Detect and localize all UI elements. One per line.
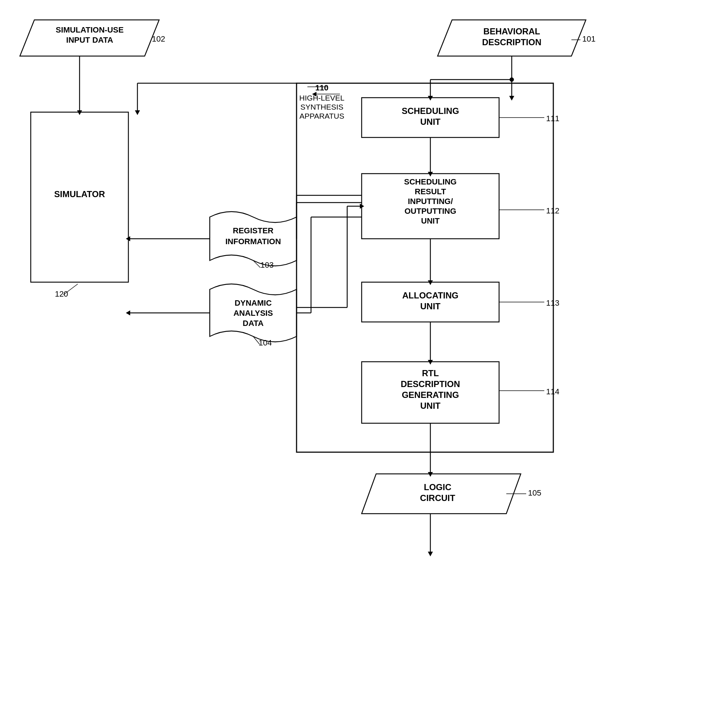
svg-text:BEHAVIORAL: BEHAVIORAL [483, 26, 540, 36]
svg-text:SCHEDULING: SCHEDULING [404, 177, 457, 186]
svg-text:RTL: RTL [422, 368, 439, 378]
svg-marker-15 [77, 110, 82, 115]
svg-text:INPUT  DATA: INPUT DATA [66, 35, 113, 44]
svg-text:111: 111 [546, 114, 559, 123]
svg-text:ANALYSIS: ANALYSIS [233, 309, 273, 318]
svg-marker-36 [126, 310, 130, 315]
svg-text:OUTPUTTING: OUTPUTTING [405, 207, 457, 216]
svg-text:DESCRIPTION: DESCRIPTION [482, 37, 541, 47]
svg-text:120: 120 [55, 289, 69, 298]
svg-text:105: 105 [528, 488, 541, 497]
svg-text:DATA: DATA [243, 319, 264, 328]
svg-text:HIGH-LEVEL: HIGH-LEVEL [299, 94, 345, 102]
svg-text:SCHEDULING: SCHEDULING [402, 106, 459, 116]
svg-text:INFORMATION: INFORMATION [225, 237, 281, 246]
svg-marker-23 [428, 360, 433, 365]
svg-text:104: 104 [258, 338, 272, 347]
svg-text:114: 114 [546, 387, 559, 396]
svg-marker-30 [135, 110, 140, 115]
svg-line-89 [253, 260, 260, 268]
svg-text:SYNTHESIS: SYNTHESIS [300, 103, 343, 111]
svg-text:ALLOCATING: ALLOCATING [402, 290, 458, 300]
svg-text:102: 102 [152, 34, 165, 44]
diagram-container: BEHAVIORAL DESCRIPTION 101 SIMULATION-US… [0, 0, 728, 709]
svg-text:INPUTTING/: INPUTTING/ [408, 197, 453, 206]
svg-text:112: 112 [546, 206, 559, 215]
svg-marker-27 [428, 551, 433, 556]
svg-text:GENERATING: GENERATING [402, 390, 459, 400]
svg-marker-25 [428, 472, 433, 477]
svg-text:UNIT: UNIT [421, 216, 440, 225]
svg-marker-21 [428, 280, 433, 285]
svg-marker-13 [428, 96, 433, 101]
svg-text:103: 103 [260, 260, 274, 270]
svg-text:APPARATUS: APPARATUS [299, 112, 344, 120]
svg-text:LOGIC: LOGIC [424, 482, 451, 492]
svg-text:UNIT: UNIT [420, 401, 441, 411]
svg-text:UNIT: UNIT [420, 117, 441, 127]
svg-text:110: 110 [315, 83, 329, 92]
svg-text:CIRCUIT: CIRCUIT [420, 493, 455, 503]
svg-marker-19 [428, 172, 433, 177]
diagram-svg: BEHAVIORAL DESCRIPTION 101 SIMULATION-US… [0, 0, 728, 709]
svg-marker-17 [509, 96, 514, 101]
svg-text:113: 113 [546, 298, 559, 308]
svg-text:RESULT: RESULT [415, 187, 446, 196]
svg-text:UNIT: UNIT [420, 301, 441, 311]
svg-text:SIMULATOR: SIMULATOR [54, 189, 105, 199]
svg-text:DYNAMIC: DYNAMIC [235, 298, 272, 308]
svg-text:DESCRIPTION: DESCRIPTION [401, 379, 460, 389]
svg-text:101: 101 [582, 34, 596, 44]
svg-text:REGISTER: REGISTER [233, 226, 274, 235]
svg-text:SIMULATION-USE: SIMULATION-USE [56, 25, 124, 34]
